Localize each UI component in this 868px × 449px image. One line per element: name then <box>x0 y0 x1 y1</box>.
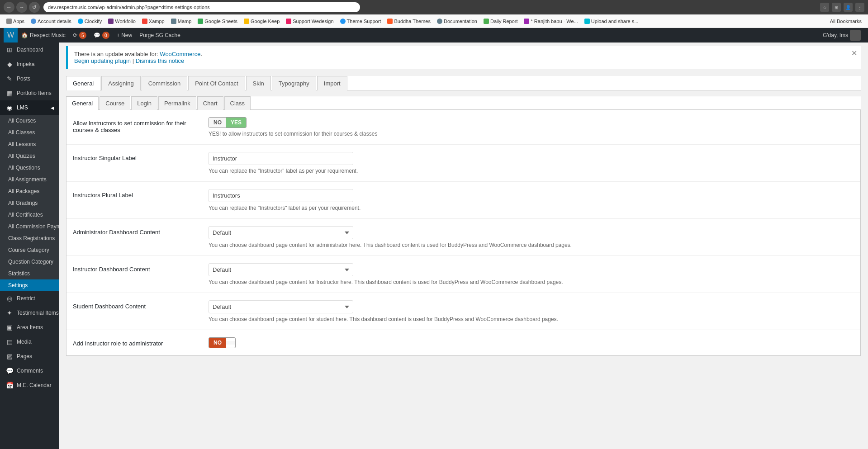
sidebar-item-restrict[interactable]: ◎ Restrict <box>0 291 59 306</box>
tab-inner-general[interactable]: General <box>66 96 99 110</box>
bookmark-documentation[interactable]: Documentation <box>434 18 480 25</box>
sidebar-item-all-classes[interactable]: All Classes <box>0 127 59 138</box>
bookmark-support-wedesign[interactable]: Support Wedesign <box>283 18 336 25</box>
tab-inner-course[interactable]: Course <box>100 96 130 110</box>
update-notice: There is an update available for: WooCom… <box>66 46 861 69</box>
sidebar-item-all-certificates[interactable]: All Certificates <box>0 209 59 221</box>
bookmark-icon[interactable]: ☆ <box>820 3 829 12</box>
all-gradings-label: All Gradings <box>8 200 38 206</box>
dismiss-notice-link[interactable]: Dismiss this notice <box>136 57 185 64</box>
sidebar-item-all-quizzes[interactable]: All Quizzes <box>0 150 59 162</box>
bookmark-apps[interactable]: Apps <box>4 18 27 25</box>
sidebar-item-commission-payments[interactable]: All Commission Payments <box>0 221 59 232</box>
bookmark-buddha-themes[interactable]: Buddha Themes <box>384 18 433 25</box>
student-dashboard-control: Default Custom You can choose dashboard … <box>209 300 854 322</box>
sidebar-item-question-category[interactable]: Question Category <box>0 256 59 268</box>
sidebar-item-all-lessons[interactable]: All Lessons <box>0 138 59 150</box>
account-bookmark-icon <box>31 19 36 24</box>
testimonial-label: Testimonial Items <box>17 310 59 316</box>
sidebar-item-settings[interactable]: Settings <box>0 279 59 291</box>
bookmark-ranjith[interactable]: * Ranjith babu - We... <box>521 18 580 25</box>
user-avatar <box>850 30 861 41</box>
url-text: dev.respectmusic.com/wp-admin/admin.php?… <box>48 5 210 10</box>
tab-outer-assigning[interactable]: Assigning <box>101 76 140 90</box>
tab-inner-class[interactable]: Class <box>224 96 251 110</box>
bookmark-account-details[interactable]: Account details <box>28 18 74 25</box>
sidebar-item-comments[interactable]: 💬 Comments <box>0 364 59 378</box>
bookmark-all-bookmarks[interactable]: All Bookmarks <box>827 18 864 25</box>
updates-button[interactable]: ⟳ 5 <box>69 28 90 43</box>
instructors-plural-input[interactable] <box>209 189 353 202</box>
sidebar-item-all-assignments[interactable]: All Assignments <box>0 174 59 185</box>
sidebar-item-course-category[interactable]: Course Category <box>0 244 59 256</box>
tab-inner-permalink[interactable]: Permalink <box>158 96 196 110</box>
commission-toggle-switch[interactable]: NO YES <box>209 117 247 128</box>
bookmarks-bar: Apps Account details Clockify Workfolio … <box>0 14 868 28</box>
user-greeting[interactable]: G'day, Ims <box>819 28 864 43</box>
tab-outer-import[interactable]: Import <box>317 76 347 90</box>
admin-dashboard-select[interactable]: Default Custom <box>209 226 353 239</box>
new-content-button[interactable]: + New <box>113 28 136 43</box>
sidebar-item-impeka[interactable]: ◆ Impeka <box>0 57 59 71</box>
menu-icon[interactable]: ⋮ <box>855 3 864 12</box>
extensions-icon[interactable]: ⊞ <box>832 3 841 12</box>
bookmark-google-keep[interactable]: Google Keep <box>241 18 282 25</box>
sidebar-item-statistics[interactable]: Statistics <box>0 268 59 279</box>
purge-cache-button[interactable]: Purge SG Cache <box>136 28 184 43</box>
tab-outer-typography[interactable]: Typography <box>272 76 316 90</box>
bookmark-clockify[interactable]: Clockify <box>75 18 105 25</box>
sidebar-item-all-packages[interactable]: All Packages <box>0 185 59 197</box>
instructors-plural-hint: You can replace the "Instructors" label … <box>209 205 854 211</box>
tab-inner-chart[interactable]: Chart <box>197 96 223 110</box>
reload-button[interactable]: ↺ <box>29 2 40 13</box>
bookmark-google-sheets[interactable]: Google Sheets <box>195 18 240 25</box>
pages-label: Pages <box>17 353 32 359</box>
sidebar-item-all-courses[interactable]: All Courses <box>0 115 59 127</box>
site-name-button[interactable]: 🏠 Respect Music <box>18 28 69 43</box>
bookmark-xampp[interactable]: Xampp <box>139 18 167 25</box>
instructor-dashboard-select[interactable]: Default Custom <box>209 263 353 276</box>
sidebar-label-lms: LMS <box>17 104 28 111</box>
begin-updating-link[interactable]: Begin updating plugin <box>74 57 131 64</box>
bookmark-upload[interactable]: Upload and share s... <box>582 18 641 25</box>
sidebar-item-portfolio-items[interactable]: ▦ Portfolio Items <box>0 86 59 100</box>
comments-button[interactable]: 💬 0 <box>90 28 113 43</box>
woocommerce-update-link[interactable]: WooCommerce <box>160 51 200 57</box>
documentation-bookmark-icon <box>437 19 442 24</box>
commission-toggle-control: NO YES YES! to allow instructors to set … <box>209 117 854 137</box>
tab-outer-general[interactable]: General <box>66 76 100 90</box>
tab-outer-skin[interactable]: Skin <box>246 76 271 90</box>
sidebar-item-lms[interactable]: ◉ LMS ◀ <box>0 100 59 115</box>
sidebar-item-class-registrations[interactable]: Class Registrations <box>0 232 59 244</box>
bookmark-workfolio[interactable]: Workfolio <box>105 18 138 25</box>
url-bar[interactable]: dev.respectmusic.com/wp-admin/admin.php?… <box>43 2 360 12</box>
sidebar-item-all-gradings[interactable]: All Gradings <box>0 197 59 209</box>
clockify-bookmark-icon <box>78 19 83 24</box>
forward-button[interactable]: → <box>16 2 27 13</box>
bookmark-daily-report[interactable]: Daily Report <box>481 18 521 25</box>
instructor-singular-input[interactable] <box>209 152 353 165</box>
sidebar-item-testimonial-items[interactable]: ✦ Testimonial Items <box>0 306 59 320</box>
notice-close-button[interactable]: ✕ <box>851 50 857 57</box>
sidebar-item-area-items[interactable]: ▣ Area Items <box>0 320 59 335</box>
sidebar-label-dashboard: Dashboard <box>17 47 43 53</box>
support-bookmark-icon <box>286 19 291 24</box>
bookmark-mamp[interactable]: Mamp <box>168 18 194 25</box>
sidebar-item-me-calendar[interactable]: 📅 M.E. Calendar <box>0 378 59 392</box>
sidebar-item-pages[interactable]: ▨ Pages <box>0 349 59 364</box>
back-button[interactable]: ← <box>4 2 14 13</box>
tab-outer-point-of-contact[interactable]: Point Of Contact <box>188 76 245 90</box>
sidebar-item-all-questions[interactable]: All Questions <box>0 162 59 174</box>
sidebar-item-media[interactable]: ▤ Media <box>0 335 59 349</box>
tab-inner-login[interactable]: Login <box>131 96 157 110</box>
add-instructor-toggle-switch[interactable]: NO <box>209 337 236 348</box>
wp-logo-button[interactable]: W <box>4 28 18 43</box>
admin-dashboard-control: Default Custom You can choose dashboard … <box>209 226 854 248</box>
student-dashboard-select[interactable]: Default Custom <box>209 300 353 313</box>
bookmark-theme-support[interactable]: Theme Support <box>337 18 384 25</box>
profile-icon[interactable]: 👤 <box>844 3 853 12</box>
sidebar-item-posts[interactable]: ✎ Posts <box>0 71 59 86</box>
sidebar-item-dashboard[interactable]: ⊞ Dashboard <box>0 43 59 57</box>
portfolio-icon: ▦ <box>6 90 13 97</box>
tab-outer-commission[interactable]: Commission <box>142 76 188 90</box>
